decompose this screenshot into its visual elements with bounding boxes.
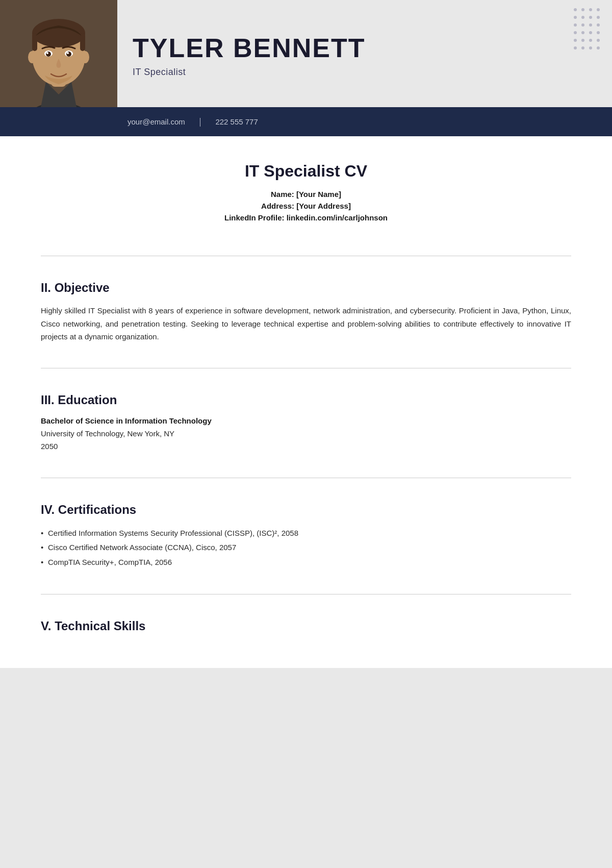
divider-3 [41, 478, 571, 478]
svg-rect-6 [32, 33, 37, 51]
candidate-title: IT Specialist [133, 67, 597, 78]
header-section: TYLER BENNETT IT Specialist your@email.c… [0, 0, 612, 136]
cv-info-address: Address: [Your Address] [41, 202, 571, 210]
cv-title-section: IT Specialist CV Name: [Your Name] Addre… [41, 162, 571, 240]
svg-rect-7 [80, 33, 85, 51]
candidate-photo [0, 0, 117, 107]
main-content: IT Specialist CV Name: [Your Name] Addre… [0, 136, 612, 668]
contact-bar: your@email.com | 222 555 777 [0, 107, 612, 136]
objective-body: Highly skilled IT Specialist with 8 year… [41, 304, 571, 343]
education-year: 2050 [41, 440, 571, 453]
phone-contact: 222 555 777 [215, 117, 258, 126]
svg-point-15 [81, 51, 89, 63]
cv-info-linkedin: LinkedIn Profile: linkedin.com/in/carljo… [41, 213, 571, 222]
education-section: III. Education Bachelor of Science in In… [41, 383, 571, 463]
svg-point-10 [46, 52, 51, 57]
skills-heading: V. Technical Skills [41, 619, 571, 633]
certifications-heading: IV. Certifications [41, 503, 571, 517]
objective-section: II. Objective Highly skilled IT Speciali… [41, 270, 571, 354]
cert-item-3: CompTIA Security+, CompTIA, 2056 [41, 555, 571, 570]
svg-point-11 [66, 52, 71, 57]
cert-item-1: Certified Information Systems Security P… [41, 526, 571, 541]
svg-point-12 [46, 52, 48, 54]
photo-section [0, 0, 117, 107]
name-title-section: TYLER BENNETT IT Specialist [117, 0, 612, 107]
svg-point-5 [32, 19, 85, 47]
cv-info-name: Name: [Your Name] [41, 190, 571, 199]
education-degree: Bachelor of Science in Information Techn… [41, 416, 571, 425]
cv-main-title: IT Specialist CV [41, 162, 571, 181]
resume-wrapper: TYLER BENNETT IT Specialist your@email.c… [0, 0, 612, 668]
divider-2 [41, 368, 571, 368]
certifications-list: Certified Information Systems Security P… [41, 526, 571, 570]
cert-item-2: Cisco Certified Network Associate (CCNA)… [41, 540, 571, 555]
divider-4 [41, 594, 571, 594]
dots-decoration [574, 8, 602, 52]
email-contact: your@email.com [128, 117, 185, 126]
svg-point-14 [28, 51, 36, 63]
contact-separator: | [199, 116, 201, 127]
header-top: TYLER BENNETT IT Specialist [0, 0, 612, 107]
education-heading: III. Education [41, 393, 571, 407]
divider-1 [41, 256, 571, 256]
candidate-name: TYLER BENNETT [133, 34, 597, 63]
education-institution: University of Technology, New York, NY [41, 427, 571, 440]
certifications-section: IV. Certifications Certified Information… [41, 492, 571, 580]
svg-point-13 [67, 52, 69, 54]
objective-heading: II. Objective [41, 281, 571, 295]
skills-section: V. Technical Skills [41, 609, 571, 633]
